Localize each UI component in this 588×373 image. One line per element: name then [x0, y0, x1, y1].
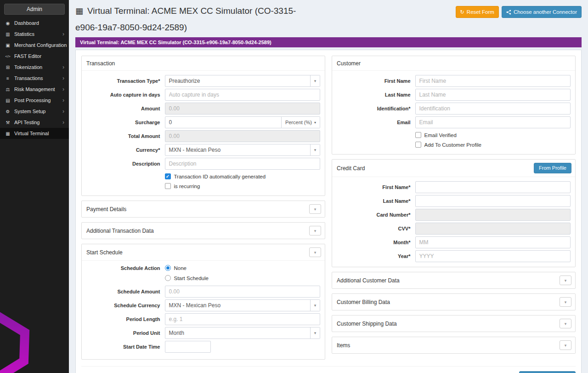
schedule-action-start-radio[interactable]: Start Schedule	[165, 275, 321, 281]
merchant-icon: ▣	[5, 43, 11, 48]
start-schedule-collapse-button[interactable]: ▾	[309, 247, 321, 257]
panel-transaction: Transaction Transaction Type* Preauthori…	[81, 56, 325, 196]
cc-last-name-input[interactable]	[415, 195, 571, 207]
panel-heading-start-schedule: Start Schedule ▾	[82, 244, 325, 260]
schedule-amount-label: Schedule Amount	[86, 289, 165, 294]
sidebar-item-risk-management[interactable]: ⚖ Risk Management ›	[0, 84, 69, 95]
chevron-right-icon: ›	[62, 64, 64, 70]
surcharge-input[interactable]	[165, 116, 282, 128]
caret-down-icon: ▾	[565, 300, 567, 304]
customer-last-name-input[interactable]	[415, 89, 571, 101]
sidebar-item-label: API Testing	[14, 120, 40, 125]
currency-select[interactable]: MXN - Mexican Peso ▾	[165, 144, 321, 156]
sidebar-item-fast-editor[interactable]: </> FAST Editor	[0, 51, 69, 62]
year-label: Year*	[337, 253, 415, 259]
page-title: ▦Virtual Terminal: ACME MEX CC Simulator…	[75, 3, 300, 36]
customer-first-name-input[interactable]	[415, 75, 571, 87]
identification-input[interactable]	[415, 103, 571, 115]
start-date-time-input[interactable]	[165, 341, 211, 353]
checkbox-unchecked-icon	[165, 183, 171, 189]
reset-form-label: Reset Form	[467, 8, 494, 16]
schedule-currency-label: Schedule Currency	[86, 303, 165, 308]
content-header: ▦Virtual Terminal: ACME MEX CC Simulator…	[69, 0, 588, 36]
period-length-input[interactable]	[165, 313, 321, 325]
total-amount-input	[165, 130, 321, 142]
schedule-currency-select[interactable]: MXN - Mexican Peso ▾	[165, 299, 321, 311]
chevron-right-icon: ›	[62, 98, 64, 103]
sidebar-item-label: Virtual Terminal	[14, 131, 49, 136]
panel-customer-shipping-data: Customer Shipping Data ▾	[332, 315, 576, 332]
sidebar-item-virtual-terminal[interactable]: ▦ Virtual Terminal	[0, 128, 69, 139]
shipping-expand-button[interactable]: ▾	[560, 319, 571, 328]
caret-down-icon: ▾	[310, 327, 320, 339]
month-input[interactable]	[415, 236, 571, 248]
additional-transaction-expand-button[interactable]: ▾	[309, 226, 321, 235]
surcharge-unit-dropdown[interactable]: Percent (%) ▾	[282, 116, 320, 128]
additional-customer-expand-button[interactable]: ▾	[560, 275, 571, 285]
schedule-start-label: Start Schedule	[174, 275, 209, 281]
description-label: Description	[86, 161, 165, 166]
sidebar-item-system-setup[interactable]: ⚙ System Setup ›	[0, 106, 69, 117]
dashboard-icon: ◉	[5, 21, 11, 26]
start-transaction-button[interactable]: Start Transaction	[519, 371, 576, 373]
terminal-grid-icon: ▦	[75, 6, 83, 16]
main-content: ▦Virtual Terminal: ACME MEX CC Simulator…	[69, 0, 588, 373]
cc-first-name-input[interactable]	[415, 181, 571, 193]
identification-label: Identification*	[337, 106, 415, 111]
payment-details-expand-button[interactable]: ▾	[309, 204, 321, 214]
panel-title: Customer	[337, 60, 361, 67]
panel-payment-details: Payment Details ▾	[81, 201, 325, 218]
period-length-label: Period Length	[86, 316, 165, 322]
radio-unselected-icon	[165, 275, 171, 281]
customer-last-name-label: Last Name	[337, 92, 415, 98]
panel-customer-billing-data: Customer Billing Data ▾	[332, 293, 576, 310]
amount-input	[165, 103, 321, 115]
header-buttons: ↻ Reset Form Choose another Connector	[456, 6, 582, 18]
post-processing-icon: ▤	[5, 98, 11, 103]
sidebar-item-tokenization[interactable]: ⊞ Tokenization ›	[0, 62, 69, 73]
caret-down-icon: ▾	[565, 343, 567, 348]
statistics-icon: ▥	[5, 32, 11, 37]
period-unit-select[interactable]: Month ▾	[165, 327, 321, 339]
gear-icon: ⚙	[5, 109, 11, 114]
sidebar-item-api-testing[interactable]: ⚒ API Testing ›	[0, 117, 69, 128]
caret-down-icon: ▾	[310, 300, 320, 311]
schedule-none-label: None	[174, 265, 187, 271]
sidebar-item-statistics[interactable]: ▥ Statistics ›	[0, 29, 69, 40]
transaction-type-select[interactable]: Preauthorize ▾	[165, 75, 321, 87]
billing-expand-button[interactable]: ▾	[560, 297, 571, 307]
transaction-id-auto-checkbox[interactable]: ✓ Transaction ID automatically generated	[165, 173, 321, 179]
schedule-currency-value: MXN - Mexican Peso	[165, 300, 311, 311]
from-profile-button[interactable]: From Profile	[534, 163, 571, 173]
caret-down-icon: ▾	[310, 75, 320, 86]
month-label: Month*	[337, 240, 415, 245]
schedule-action-none-radio[interactable]: None	[165, 265, 321, 271]
panel-title: Start Schedule	[86, 249, 123, 256]
email-verified-checkbox[interactable]: Email Verified	[415, 132, 571, 138]
items-expand-button[interactable]: ▾	[560, 340, 571, 350]
cvv-input	[415, 223, 571, 235]
sidebar-item-transactions[interactable]: ≡ Transactions ›	[0, 73, 69, 84]
caret-down-icon: ▾	[314, 207, 317, 212]
schedule-amount-input[interactable]	[165, 286, 321, 298]
sidebar-item-merchant-configuration[interactable]: ▣ Merchant Configuration ›	[0, 40, 69, 51]
currency-value: MXN - Mexican Peso	[165, 144, 311, 155]
add-to-customer-profile-checkbox[interactable]: Add To Customer Profile	[415, 142, 571, 148]
panel-heading-additional-transaction: Additional Transaction Data ▾	[82, 223, 325, 239]
sidebar-item-dashboard[interactable]: ◉ Dashboard	[0, 17, 69, 29]
sidebar-item-label: Post Processing	[14, 98, 51, 103]
sidebar-item-post-processing[interactable]: ▤ Post Processing ›	[0, 95, 69, 106]
caret-down-icon: ▾	[314, 250, 317, 255]
choose-connector-button[interactable]: Choose another Connector	[502, 6, 582, 18]
radio-selected-icon	[165, 265, 171, 271]
email-input[interactable]	[415, 116, 571, 128]
add-to-customer-profile-label: Add To Customer Profile	[424, 142, 481, 148]
admin-button[interactable]: Admin	[4, 4, 65, 15]
is-recurring-checkbox[interactable]: is recurring	[165, 183, 321, 189]
auto-capture-input[interactable]	[165, 89, 321, 101]
card-number-label: Card Number*	[337, 212, 415, 218]
description-input[interactable]	[165, 158, 321, 170]
panel-start-schedule: Start Schedule ▾ Schedule Action None	[81, 244, 325, 360]
year-input[interactable]	[415, 250, 571, 262]
reset-form-button[interactable]: ↻ Reset Form	[456, 6, 499, 18]
